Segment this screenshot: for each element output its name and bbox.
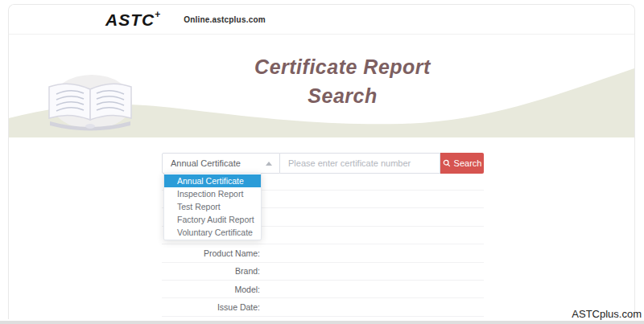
row-label: Issue Date: [162, 302, 260, 312]
search-button-label: Search [454, 158, 482, 168]
chevron-up-icon [266, 162, 272, 166]
table-row: Issue Date: [162, 298, 484, 316]
row-label: Model: [162, 285, 260, 294]
logo-plus-icon: + [155, 9, 161, 20]
table-row [162, 317, 484, 319]
certificate-number-input[interactable] [280, 153, 440, 174]
dropdown-option[interactable]: Annual Certificate [164, 174, 261, 187]
search-icon [443, 159, 451, 167]
page: ASTC+ Online.astcplus.com Certificate Re… [0, 0, 644, 324]
table-row: Brand: [162, 263, 484, 281]
page-title: Certificate Report Search [30, 52, 634, 111]
dropdown-option[interactable]: Test Report [164, 200, 261, 213]
watermark-text: ASTCplus.com [572, 308, 642, 320]
astc-logo: ASTC+ [105, 11, 161, 28]
certificate-type-select[interactable]: Annual Certificate [162, 153, 280, 174]
table-row: Product Name: [162, 244, 484, 262]
page-title-line1: Certificate Report [30, 52, 634, 81]
certificate-type-dropdown: Annual CertificateInspection ReportTest … [163, 173, 262, 240]
main-card: ASTC+ Online.astcplus.com Certificate Re… [8, 4, 635, 319]
certificate-type-selected-value: Annual Certificate [171, 158, 241, 168]
logo-text: ASTC [105, 10, 155, 29]
dropdown-option[interactable]: Voluntary Certificate [164, 226, 261, 239]
bottom-strip [0, 321, 644, 324]
row-label: Product Name: [162, 248, 260, 258]
search-button[interactable]: Search [440, 153, 484, 174]
site-domain-label: Online.astcplus.com [184, 15, 266, 24]
page-title-line2: Search [30, 81, 634, 110]
dropdown-option[interactable]: Factory Audit Report [164, 213, 261, 226]
dropdown-option[interactable]: Inspection Report [164, 187, 261, 200]
site-header: ASTC+ Online.astcplus.com [9, 5, 634, 35]
hero-banner: Certificate Report Search [9, 35, 634, 137]
search-bar: Annual Certificate Search [162, 153, 484, 174]
table-row: Model: [162, 281, 484, 298]
row-label: Brand: [162, 266, 260, 276]
